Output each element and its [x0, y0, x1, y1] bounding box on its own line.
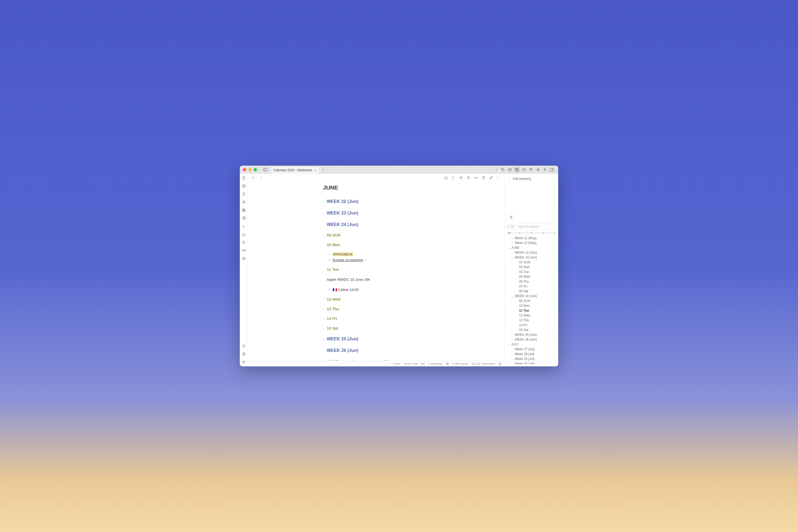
outline-item[interactable]: 10 Mon — [506, 303, 557, 308]
home-doc-icon[interactable] — [444, 175, 448, 180]
zoom-window-button[interactable] — [254, 168, 257, 171]
minimize-window-button[interactable] — [248, 168, 252, 171]
document-content[interactable]: JUNE ›WEEK 22 (Jun) ›WEEK 23 (Jun) WEEK … — [248, 182, 504, 360]
outline-item[interactable]: 06 Thu — [506, 279, 557, 284]
archive-icon[interactable] — [521, 167, 527, 173]
status-words[interactable]: 5,686 words — [452, 362, 468, 365]
home-icon[interactable] — [242, 232, 246, 236]
calendar-icon[interactable] — [507, 167, 513, 173]
outline-item[interactable]: ⌄WEEK 23 (Jun) — [506, 255, 557, 260]
outline-item[interactable]: ›Week 21 (May) — [506, 236, 557, 241]
graph-icon[interactable] — [527, 167, 534, 173]
more-icon[interactable] — [496, 175, 501, 180]
outline-item[interactable]: ›WEEK 26 (Jun) — [506, 337, 557, 342]
gear-icon[interactable] — [242, 360, 246, 364]
outline-icon[interactable] — [542, 167, 548, 173]
source-icon[interactable]: </> — [474, 175, 479, 180]
branch-icon[interactable] — [242, 200, 246, 204]
outline-toggle-icon[interactable] — [508, 214, 515, 220]
tab-calendar[interactable]: Calendar 2024 - Markdown × — [271, 166, 319, 174]
sidebar-toggle-icon[interactable] — [263, 168, 268, 171]
fold-caret[interactable]: › — [323, 307, 325, 310]
status-files[interactable]: 0 files — [393, 362, 401, 365]
svg-rect-28 — [244, 209, 245, 210]
sync-down-icon[interactable]: ↓ — [507, 224, 509, 229]
svg-point-25 — [244, 201, 245, 202]
edit-icon[interactable] — [489, 175, 494, 180]
outline-item[interactable]: ›Week 28 (Jul) — [506, 352, 557, 357]
para-wwdc: Apple WWDC 10 June 19h — [327, 278, 370, 282]
outline-item[interactable]: ⌄JULY — [506, 342, 557, 347]
outline-item[interactable]: 05 Wed — [506, 274, 557, 279]
outline-item[interactable]: ›Week 22 (May) — [506, 241, 557, 245]
status-chars[interactable]: 33,192 characters — [471, 362, 495, 365]
outline-depth-slider[interactable] — [508, 232, 555, 233]
tag-icon[interactable] — [500, 167, 506, 173]
heading-d12: 12 Wed — [327, 297, 340, 301]
export-icon[interactable] — [481, 175, 486, 180]
fold-caret[interactable]: › — [323, 233, 325, 237]
outline-item[interactable]: ⌄JUNE — [506, 245, 557, 250]
list-item[interactable]: 🇫🇷 Céline 18:00 — [329, 287, 489, 292]
fold-caret[interactable]: › — [323, 317, 325, 320]
panel-toggle-icon[interactable] — [549, 167, 555, 173]
search-rail-icon[interactable] — [242, 240, 246, 245]
fold-caret[interactable]: › — [323, 298, 325, 301]
outline-item[interactable]: 15 Sat — [506, 327, 557, 332]
outline-item[interactable]: 08 Sat — [506, 289, 557, 293]
terminal-icon[interactable] — [242, 224, 246, 228]
outline-item[interactable]: 12 Wed — [506, 313, 557, 318]
note-add-icon[interactable] — [242, 176, 246, 180]
copy-icon[interactable] — [242, 216, 246, 221]
grid-icon[interactable] — [242, 208, 246, 212]
fold-caret[interactable]: › — [323, 200, 325, 203]
add-property-label: Add property — [513, 177, 531, 180]
new-tab-button[interactable]: + — [322, 167, 324, 172]
calendar-rail-icon[interactable] — [242, 184, 246, 188]
link-europe[interactable]: Europe co-working — [333, 258, 363, 262]
check-circle-icon[interactable] — [498, 362, 502, 365]
fold-caret[interactable]: › — [323, 327, 325, 330]
add-property-button[interactable]: ＋Add property — [504, 174, 558, 182]
sync-refresh-icon[interactable]: ↻ — [511, 224, 514, 229]
close-window-button[interactable] — [243, 168, 246, 171]
sun-icon[interactable] — [459, 175, 463, 180]
share-icon[interactable] — [535, 167, 541, 173]
chevron-down-icon[interactable] — [493, 167, 500, 173]
status-a[interactable]: [A] — [421, 362, 425, 365]
outline-search-input[interactable] — [516, 223, 558, 230]
outline-item[interactable]: 02 SUN — [506, 260, 557, 265]
search-doc-icon[interactable] — [466, 175, 471, 180]
outline-item[interactable]: 13 Thu — [506, 318, 557, 323]
shield-icon[interactable] — [242, 344, 246, 348]
list-item[interactable]: Europe co-working↗ — [329, 258, 489, 262]
outline-item[interactable]: 11 Tue — [506, 308, 557, 313]
help-icon[interactable] — [242, 352, 246, 356]
outline-item[interactable]: 09 SUN — [506, 299, 557, 303]
moon-icon[interactable] — [451, 175, 456, 180]
outline-item[interactable]: 07 Fri — [506, 284, 557, 289]
outline-item[interactable]: 14 Fri — [506, 323, 557, 327]
outline-item[interactable]: 03 Mon — [506, 265, 557, 269]
outline-item[interactable]: 04 Tue — [506, 269, 557, 274]
fold-caret[interactable]: › — [323, 211, 325, 215]
list-item[interactable]: PAYCHECK — [329, 252, 489, 256]
outline-item[interactable]: ›Week 30 (Jul) — [506, 361, 557, 364]
forward-button[interactable] — [259, 175, 263, 180]
tab-close-icon[interactable]: × — [314, 168, 317, 172]
status-readtime[interactable]: 26:02 read — [404, 362, 418, 365]
date-icon[interactable] — [242, 256, 246, 261]
outline-item[interactable]: ›WEEK 22 (Jun) — [506, 250, 557, 255]
outline-item[interactable]: ›Week 29 (Jul) — [506, 357, 557, 361]
file-rail-icon[interactable] — [242, 192, 246, 196]
info-icon[interactable] — [514, 167, 520, 173]
back-button[interactable] — [251, 175, 256, 180]
status-bar: 0 files 26:02 read [A] 2 backlinks 5,686… — [248, 360, 504, 366]
outline-item[interactable]: ›Week 27 (Jul) — [506, 347, 557, 352]
status-backlinks[interactable]: 2 backlinks — [428, 362, 443, 365]
fold-caret[interactable]: › — [323, 337, 325, 341]
outline-item[interactable]: ⌄WEEK 24 (Jun) — [506, 293, 557, 299]
outline-tree: ›Week 21 (May)›Week 22 (May)⌄JUNE›WEEK 2… — [504, 235, 558, 364]
code-icon[interactable]: <% — [242, 248, 246, 252]
outline-item[interactable]: ›WEEK 25 (Jun) — [506, 332, 557, 337]
